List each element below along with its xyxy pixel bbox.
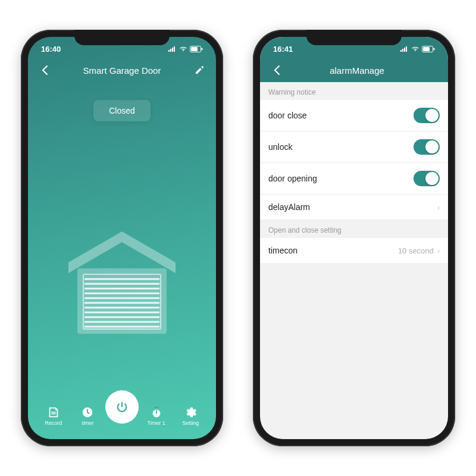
svg-rect-3 bbox=[174, 46, 175, 52]
svg-rect-22 bbox=[400, 50, 402, 52]
bottom-timer1-label: Timer 1 bbox=[147, 420, 165, 426]
gear-icon bbox=[184, 406, 197, 419]
row-timecon[interactable]: timecon 10 second › bbox=[260, 238, 448, 263]
battery-icon bbox=[190, 46, 203, 52]
navbar: alarmManage bbox=[260, 58, 448, 82]
svg-rect-24 bbox=[404, 48, 405, 52]
bottom-timer1[interactable]: Timer 1 bbox=[142, 406, 171, 426]
chevron-left-icon bbox=[41, 65, 48, 76]
notch bbox=[74, 30, 170, 45]
bottom-setting[interactable]: Setting bbox=[176, 406, 205, 426]
page-title: alarmManage bbox=[274, 65, 440, 76]
wifi-icon bbox=[179, 46, 187, 52]
svg-rect-25 bbox=[406, 46, 407, 52]
signal-icon bbox=[168, 46, 177, 52]
power-icon bbox=[115, 400, 129, 414]
status-icons bbox=[168, 46, 203, 52]
bottom-setting-label: Setting bbox=[182, 420, 199, 426]
screen: 16:41 alarmManage Warning notice door cl… bbox=[260, 37, 448, 439]
edit-button[interactable] bbox=[191, 65, 208, 75]
row-label: unlock bbox=[268, 142, 292, 152]
svg-rect-5 bbox=[191, 47, 198, 51]
clock-icon bbox=[81, 406, 94, 419]
row-door-close[interactable]: door close bbox=[260, 100, 448, 131]
back-button[interactable] bbox=[36, 65, 53, 76]
svg-rect-27 bbox=[423, 47, 430, 51]
bottom-timer[interactable]: timer bbox=[73, 406, 102, 426]
bottom-bar: Record timer Timer 1 Setting bbox=[28, 390, 216, 431]
notch bbox=[306, 30, 402, 45]
svg-rect-23 bbox=[402, 49, 403, 52]
svg-rect-6 bbox=[202, 48, 203, 50]
door-status-pill: Closed bbox=[93, 100, 151, 121]
signal-icon bbox=[400, 46, 409, 52]
row-door-opening[interactable]: door opening bbox=[260, 163, 448, 195]
section-warning: Warning notice bbox=[260, 82, 448, 100]
bottom-record[interactable]: Record bbox=[39, 406, 68, 426]
svg-rect-1 bbox=[170, 49, 171, 52]
row-label: door close bbox=[268, 111, 307, 120]
row-delay-alarm[interactable]: delayAlarm › bbox=[260, 195, 448, 220]
screen: 16:40 Smart Garage Door Closed bbox=[28, 37, 216, 439]
svg-rect-0 bbox=[168, 50, 170, 52]
status-time: 16:41 bbox=[273, 45, 293, 54]
toggle-unlock[interactable] bbox=[414, 139, 440, 155]
toggle-door-opening[interactable] bbox=[414, 171, 440, 186]
page-title: Smart Garage Door bbox=[83, 65, 161, 76]
stopwatch-icon bbox=[150, 406, 163, 419]
chevron-right-icon: › bbox=[437, 246, 440, 255]
row-label: timecon bbox=[268, 246, 298, 255]
status-icons bbox=[400, 46, 435, 52]
bottom-record-label: Record bbox=[45, 420, 62, 426]
bottom-timer-label: timer bbox=[82, 420, 93, 426]
row-value: 10 second bbox=[398, 246, 434, 255]
record-icon bbox=[47, 406, 60, 419]
section-openclose: Open and close setting bbox=[260, 220, 448, 238]
battery-icon bbox=[422, 46, 435, 52]
garage-icon bbox=[60, 221, 184, 340]
row-label: delayAlarm bbox=[268, 202, 310, 212]
power-button[interactable] bbox=[105, 390, 139, 424]
svg-rect-28 bbox=[434, 48, 435, 50]
phone-right: 16:41 alarmManage Warning notice door cl… bbox=[253, 30, 455, 446]
row-unlock[interactable]: unlock bbox=[260, 131, 448, 163]
navbar: Smart Garage Door bbox=[28, 58, 216, 82]
svg-rect-2 bbox=[172, 48, 173, 52]
chevron-right-icon: › bbox=[437, 203, 440, 212]
row-label: door opening bbox=[268, 174, 317, 183]
toggle-door-close[interactable] bbox=[414, 108, 440, 123]
wifi-icon bbox=[411, 46, 419, 52]
pencil-icon bbox=[195, 65, 204, 75]
phone-left: 16:40 Smart Garage Door Closed bbox=[21, 30, 223, 446]
status-time: 16:40 bbox=[41, 45, 61, 54]
bottom-power[interactable] bbox=[108, 390, 136, 426]
door-status-label: Closed bbox=[109, 106, 135, 115]
